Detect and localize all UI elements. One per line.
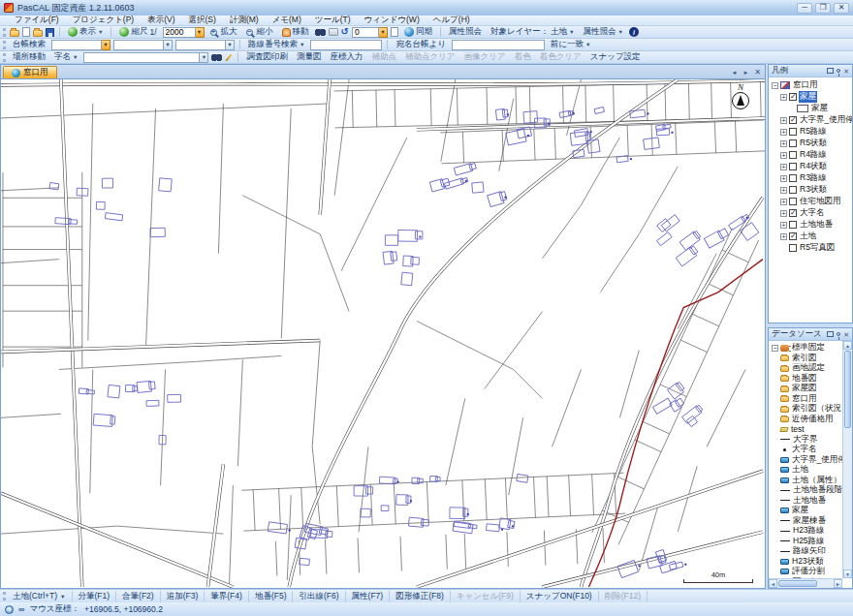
layer-checkbox[interactable]	[789, 151, 797, 159]
legend-item[interactable]: + R4路線	[780, 149, 852, 161]
legend-header[interactable]: 凡例 ✕	[769, 65, 852, 77]
ledger-filter-input-2[interactable]	[175, 40, 226, 50]
eraser-icon[interactable]	[226, 53, 233, 61]
layer-checkbox[interactable]	[789, 93, 797, 101]
new-file-icon[interactable]	[22, 27, 30, 37]
layer-checkbox[interactable]	[789, 186, 797, 194]
target-layer-select[interactable]: 対象レイヤー： 土地 ▼	[488, 27, 578, 38]
expander-icon[interactable]: +	[780, 164, 787, 170]
layer-checkbox[interactable]	[789, 174, 797, 182]
legend-item[interactable]: + R5写真図	[780, 242, 852, 254]
function-button[interactable]: 土地(Ctrl+T)▼	[7, 591, 73, 602]
move-place-button[interactable]: 場所移動	[10, 52, 48, 63]
ledger-search-combo[interactable]: ▼	[51, 40, 111, 50]
function-button[interactable]: 削除(F12)▼	[599, 591, 648, 602]
expander-icon[interactable]: +	[780, 152, 787, 159]
layer-checkbox[interactable]	[789, 244, 797, 252]
scale-input[interactable]	[163, 27, 196, 38]
map-tab[interactable]: 窓口用	[3, 66, 57, 78]
rotate-input[interactable]	[352, 27, 379, 38]
function-button[interactable]: 分筆(F1)▼	[73, 591, 117, 602]
menu-item[interactable]: 表示(V)	[141, 15, 181, 26]
expander-icon[interactable]: +	[780, 222, 787, 229]
datasource-item[interactable]: 土地地番	[780, 496, 842, 507]
new-project-icon[interactable]	[10, 30, 19, 37]
find-icon[interactable]	[211, 53, 222, 61]
layer-checkbox[interactable]	[789, 232, 797, 240]
layer-checkbox[interactable]	[789, 139, 797, 147]
legend-item[interactable]: + 土地地番	[780, 219, 852, 231]
tool-button[interactable]: 着色クリア	[537, 52, 584, 63]
layer-checkbox[interactable]	[789, 116, 797, 124]
legend-item[interactable]: + 家屋	[797, 103, 852, 114]
legend-item[interactable]: + 住宅地図用	[780, 196, 852, 207]
expander-icon[interactable]: +	[780, 140, 787, 147]
expander-icon[interactable]: +	[780, 210, 787, 217]
menu-item[interactable]: プロジェクト(P)	[66, 15, 142, 26]
toolbar-grip[interactable]	[3, 53, 6, 62]
scale-button[interactable]: 縮尺 1/	[116, 27, 159, 38]
expander-icon[interactable]: +	[780, 117, 787, 124]
open-file-icon[interactable]	[33, 30, 43, 37]
expander-icon[interactable]: +	[780, 233, 787, 240]
tool-button[interactable]: 座標入力	[327, 52, 365, 63]
ledger-filter-input-1[interactable]	[113, 40, 164, 50]
function-button[interactable]: スナップON(F10)▼	[521, 591, 599, 602]
expander-icon[interactable]: +	[780, 199, 787, 205]
legend-item[interactable]: + 大字界_使用停止	[780, 114, 852, 126]
tool-button[interactable]: スナップ設定	[587, 52, 644, 63]
legend-item[interactable]: + 家屋	[780, 91, 852, 103]
sync-button[interactable]: 同期	[401, 27, 435, 38]
scroll-down-icon[interactable]: ▼	[843, 570, 852, 578]
datasource-item[interactable]: 大字界_使用停止	[780, 455, 842, 466]
float-window-icon[interactable]	[827, 331, 834, 337]
search-icon[interactable]	[315, 28, 326, 36]
ledger-filter-dropdown-1[interactable]: ▼	[164, 40, 173, 50]
vertical-scrollbar[interactable]: ▲ ▼	[842, 341, 852, 578]
pin-icon[interactable]	[837, 69, 840, 73]
attribute-query-button[interactable]: 属性照会	[446, 27, 485, 38]
rotate-dropdown-button[interactable]: ▼	[379, 27, 388, 38]
tool-button[interactable]: 画像クリア	[461, 52, 509, 63]
tool-button[interactable]: 着色	[512, 52, 534, 63]
scale-combo[interactable]: ▼	[163, 27, 205, 38]
scale-dropdown-button[interactable]: ▼	[196, 27, 205, 38]
aza-name-dropdown[interactable]: ▼	[200, 52, 208, 63]
display-button[interactable]: 表示▼	[65, 27, 106, 38]
aza-name-combo[interactable]: ▼	[83, 52, 208, 63]
menu-item[interactable]: ファイル(F)	[8, 15, 66, 26]
addressee-ledger-button[interactable]: 宛名台帳より	[393, 40, 448, 50]
route-number-input[interactable]	[310, 40, 382, 50]
legend-item[interactable]: + R3状類	[780, 184, 852, 196]
close-button[interactable]: ✕	[834, 3, 849, 14]
legend-item[interactable]: + 大字名	[780, 207, 852, 219]
rotate-combo[interactable]: ▼	[352, 27, 388, 38]
zoom-in-button[interactable]: + 拡大	[207, 27, 240, 38]
ledger-filter-combo-1[interactable]: ▼	[113, 40, 173, 50]
map-canvas[interactable]: N 40m	[1, 79, 765, 588]
expander-icon[interactable]: +	[780, 175, 787, 182]
panel-close-icon[interactable]: ✕	[843, 68, 849, 75]
function-button[interactable]: 追加(F3)▼	[161, 591, 205, 602]
tab-close-button[interactable]: ✕	[752, 67, 763, 77]
function-button[interactable]: キャンセル(F9)▼	[451, 591, 521, 602]
function-button[interactable]: 図形修正(F8)▼	[390, 591, 451, 602]
legend-item[interactable]: + R5状類	[780, 138, 852, 149]
panel-close-icon[interactable]: ✕	[843, 331, 849, 338]
layer-checkbox[interactable]	[789, 128, 797, 136]
undo-icon[interactable]: ↺	[341, 27, 349, 37]
layer-checkbox[interactable]	[789, 209, 797, 217]
menu-item[interactable]: メモ(M)	[266, 15, 308, 26]
horizontal-scrollbar[interactable]: ◄ ►	[769, 578, 842, 588]
scroll-left-icon[interactable]: ◄	[769, 579, 777, 588]
function-button[interactable]: 引出線(F6)▼	[293, 591, 345, 602]
menu-item[interactable]: ウィンドウ(W)	[358, 15, 426, 26]
ledger-search-input[interactable]	[51, 40, 102, 50]
function-button[interactable]: 地番(F5)▼	[249, 591, 294, 602]
menu-item[interactable]: ヘルプ(H)	[426, 15, 477, 26]
legend-item[interactable]: + 土地	[780, 231, 852, 242]
tab-scroll-left-button[interactable]: ◄	[729, 67, 740, 77]
expander-icon[interactable]: +	[780, 187, 787, 194]
toolbar-grip[interactable]	[3, 592, 6, 601]
ledger-search-dropdown[interactable]: ▼	[102, 40, 111, 50]
